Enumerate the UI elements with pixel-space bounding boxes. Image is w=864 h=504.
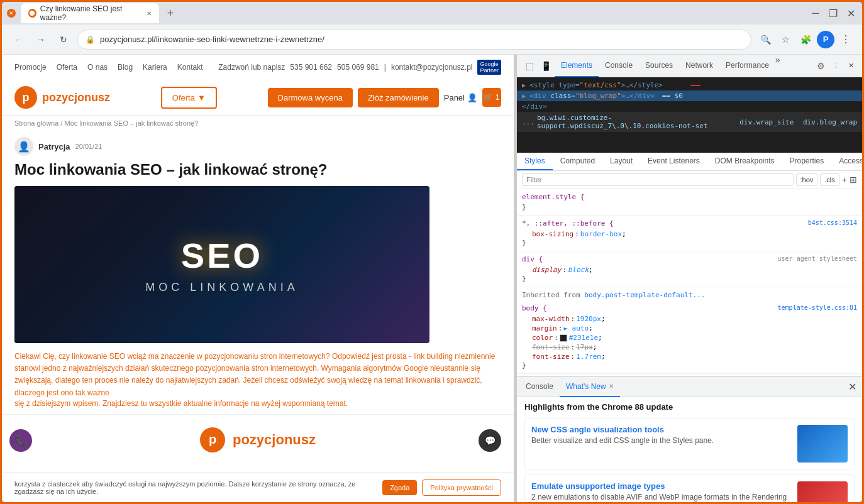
browser-frame: ✕ Czy linkowanie SEO jest ważne? ✕ + ─ ❐…: [0, 0, 864, 504]
nav-oferta[interactable]: Oferta: [57, 63, 77, 72]
nav-onas[interactable]: O nas: [87, 63, 108, 72]
profile-button[interactable]: P: [817, 31, 834, 48]
drawer-card-css-angle-text: New CSS angle visualization tools Better…: [531, 425, 791, 445]
dom-bc-body[interactable]: bg.wiwi.customize-support.wpdiscuz_7\.0\…: [537, 114, 731, 130]
styles-expand-button[interactable]: ⊞: [850, 175, 857, 185]
styles-cls-button[interactable]: .cls: [820, 173, 839, 186]
dom-bc-blog[interactable]: div.blog_wrap: [803, 118, 857, 126]
site-top-nav: Promocje Oferta O nas Blog Kariera Konta…: [14, 55, 501, 80]
logo-text: pozycjonusz: [42, 91, 110, 104]
drawer-card-image-types-title[interactable]: Emulate unsupported image types: [531, 481, 791, 491]
style-tab-dom-breakpoints[interactable]: DOM Breakpoints: [707, 153, 782, 170]
drawer-card-image-types-thumb: [797, 481, 848, 502]
drawer-tab-whatsnew[interactable]: What's New ✕: [560, 377, 620, 397]
search-icon[interactable]: 🔍: [756, 31, 774, 48]
cookie-policy-button[interactable]: Polityka prywatności: [422, 479, 501, 496]
article-image-overlay: SEO MOC LINKOWANIA: [14, 186, 429, 343]
dom-line-selected[interactable]: ▶ <div class="blog_wrap">…</div> == $0: [517, 90, 862, 101]
back-button[interactable]: ←: [9, 31, 27, 48]
phone2[interactable]: 505 069 981: [337, 63, 379, 72]
new-tab-button[interactable]: +: [162, 4, 179, 22]
window-close-button[interactable]: ✕: [845, 8, 857, 19]
zadzwon-text: Zadzwoń lub napisz: [218, 63, 285, 72]
styles-filter-input[interactable]: [522, 173, 794, 186]
devtools-device-icon[interactable]: 📱: [538, 58, 553, 74]
devtools-more-tabs[interactable]: »: [775, 55, 780, 77]
url-bar[interactable]: 🔒 pozycjonusz.pl/linkowanie-seo-linki-we…: [77, 30, 751, 50]
style-tab-layout[interactable]: Layout: [602, 153, 640, 170]
cart-button[interactable]: 🛒 1: [482, 88, 501, 107]
phone1[interactable]: 535 901 662: [290, 63, 332, 72]
devtools-tab-console[interactable]: Console: [599, 55, 639, 77]
drawer-card-css-angle-desc: Better visualize and edit CSS angle in t…: [531, 436, 791, 445]
email[interactable]: kontakt@pozycjonusz.pl: [391, 63, 473, 72]
star-icon[interactable]: ☆: [777, 31, 794, 48]
nav-kariera[interactable]: Kariera: [143, 63, 167, 72]
site-footer: p pozycjonusz: [2, 414, 514, 465]
cookie-accept-button[interactable]: Zgoda: [382, 480, 417, 495]
site-logo[interactable]: p pozycjonusz: [14, 86, 110, 109]
style-prop-boxsizing: box-sizing : border-box ;: [522, 229, 857, 239]
style-tab-computed[interactable]: Computed: [553, 153, 602, 170]
style-source-b4st[interactable]: b4st.css:3514: [808, 219, 857, 226]
panel-button[interactable]: Panel 👤: [444, 88, 477, 107]
drawer-card-css-angle-thumb: [797, 425, 848, 463]
reload-button[interactable]: ↻: [55, 31, 72, 48]
phone-floating-button[interactable]: 📞: [9, 429, 32, 452]
devtools-tab-performance[interactable]: Performance: [719, 55, 775, 77]
minimize-button[interactable]: ─: [809, 8, 822, 19]
nav-promocje[interactable]: Promocje: [14, 63, 47, 72]
devtools-tab-sources[interactable]: Sources: [639, 55, 679, 77]
maximize-button[interactable]: ❐: [827, 8, 839, 19]
devtools-tabs: Elements Console Sources Network Perform…: [555, 55, 812, 77]
style-tab-event-listeners[interactable]: Event Listeners: [640, 153, 707, 170]
devtools-tab-elements[interactable]: Elements: [555, 55, 599, 77]
cookie-text: korzysta z ciasteczek aby świadczyć usłu…: [14, 480, 377, 495]
title-bar: ✕ Czy linkowanie SEO jest ważne? ✕ + ─ ❐…: [2, 2, 862, 25]
drawer-tab-close-icon[interactable]: ✕: [609, 383, 614, 390]
devtools-tab-network[interactable]: Network: [679, 55, 719, 77]
title-bar-controls: ─ ❐ ✕: [809, 8, 857, 19]
nav-blog[interactable]: Blog: [118, 63, 133, 72]
devtools-close-button[interactable]: ✕: [845, 60, 857, 72]
drawer-card-image-types[interactable]: Emulate unsupported image types 2 new em…: [524, 474, 855, 502]
drawer-card-image-types-text: Emulate unsupported image types 2 new em…: [531, 481, 791, 502]
drawer-card-css-angle[interactable]: New CSS angle visualization tools Better…: [524, 418, 855, 469]
style-source-template[interactable]: template-style.css:81: [778, 304, 857, 311]
styles-hov-button[interactable]: :hov: [796, 173, 818, 186]
zamow-button[interactable]: Złóż zamówienie: [358, 88, 439, 107]
close-button[interactable]: ✕: [7, 9, 16, 18]
site-contact-info: Zadzwoń lub napisz 535 901 662 505 069 9…: [218, 60, 501, 75]
drawer-card-css-angle-title[interactable]: New CSS angle visualization tools: [531, 425, 791, 434]
dom-line-style[interactable]: ▶ <style type="text/css">…</style>: [517, 80, 862, 90]
devtools-settings-icon[interactable]: ⚙: [813, 58, 828, 74]
styles-add-rule-button[interactable]: +: [842, 175, 847, 185]
chrome-menu-button[interactable]: ⋮: [837, 31, 855, 48]
oferta-dropdown-button[interactable]: Oferta ▼: [161, 87, 217, 109]
inherited-from-link[interactable]: body.post-template-default...: [584, 291, 705, 299]
style-tab-accessibility[interactable]: Accessibility: [831, 153, 862, 170]
style-brace-body: }: [522, 361, 857, 370]
author-avatar: 👤: [14, 137, 33, 156]
devtools-inspect-icon[interactable]: ⬚: [522, 58, 537, 74]
forward-button[interactable]: →: [32, 31, 50, 48]
chat-floating-button[interactable]: 💬: [479, 429, 501, 452]
devtools-dock-button[interactable]: ⋮: [829, 60, 842, 72]
dom-bc-wrap[interactable]: div.wrap_site: [739, 118, 794, 126]
drawer-close-button[interactable]: ✕: [845, 380, 860, 395]
dom-line-closediv[interactable]: </div>: [517, 101, 862, 112]
style-block-universal: *, ::after, ::before { b4st.css:3514 box…: [517, 216, 862, 251]
wycena-button[interactable]: Darmowa wycena: [268, 88, 353, 107]
drawer-highlight-text: Highlights from the Chrome 88 update: [524, 402, 855, 412]
tab-close-button[interactable]: ✕: [147, 10, 152, 17]
nav-kontakt[interactable]: Kontakt: [177, 63, 203, 72]
drawer-tab-console[interactable]: Console: [519, 377, 560, 397]
extensions-icon[interactable]: 🧩: [797, 31, 814, 48]
style-tab-styles[interactable]: Styles: [517, 153, 553, 170]
tab-favicon: [28, 9, 36, 18]
author-name: Patrycja: [38, 142, 70, 151]
site-header: Promocje Oferta O nas Blog Kariera Konta…: [2, 55, 514, 116]
style-tab-properties[interactable]: Properties: [782, 153, 832, 170]
active-tab[interactable]: Czy linkowanie SEO jest ważne? ✕: [21, 3, 159, 23]
styles-area: Styles Computed Layout Event Listeners D…: [517, 153, 862, 376]
